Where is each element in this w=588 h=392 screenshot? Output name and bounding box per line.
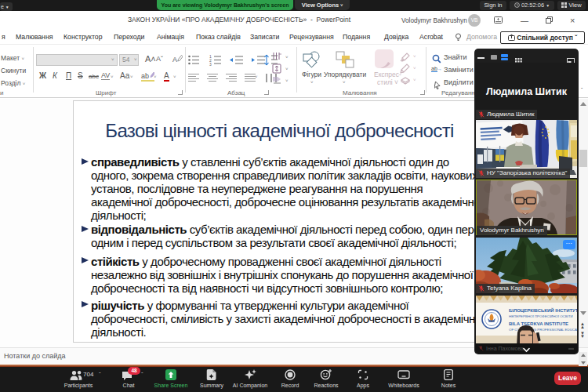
svg-text:НЕПЕРЕРВНОЇ ПРОФЕСІЙНОЇ ОСВІТИ: НЕПЕРЕРВНОЇ ПРОФЕСІЙНОЇ ОСВІТИ [509,314,573,318]
svg-text:3: 3 [209,62,212,66]
svg-text:БІЛОЦЕРКІВСЬКИЙ ІНСТИТУТ: БІЛОЦЕРКІВСЬКИЙ ІНСТИТУТ [509,307,577,313]
svg-text:BILA TSERKVA INSTITUTE: BILA TSERKVA INSTITUTE [509,321,568,326]
